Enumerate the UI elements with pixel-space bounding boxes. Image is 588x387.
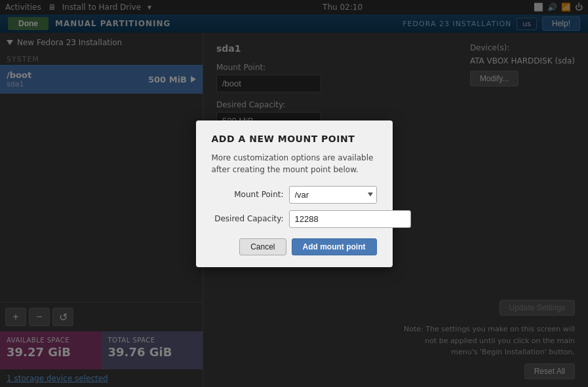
dialog-title: ADD A NEW MOUNT POINT xyxy=(212,134,377,144)
dialog-desired-capacity-input[interactable] xyxy=(289,210,411,228)
dialog-mount-point-wrapper: /var / /boot /home /tmp /usr swap xyxy=(289,186,377,204)
dialog-info: More customization options are available… xyxy=(212,152,377,175)
dialog-mount-point-label: Mount Point: xyxy=(212,190,284,199)
dialog-overlay: ADD A NEW MOUNT POINT More customization… xyxy=(0,0,588,387)
cancel-button[interactable]: Cancel xyxy=(239,238,286,255)
dialog-desired-capacity-group: Desired Capacity: xyxy=(212,210,377,228)
dialog-desired-capacity-label: Desired Capacity: xyxy=(212,214,284,223)
dialog-mount-point-select[interactable]: /var / /boot /home /tmp /usr swap xyxy=(289,186,377,204)
dialog-buttons: Cancel Add mount point xyxy=(212,238,377,255)
add-mount-point-dialog: ADD A NEW MOUNT POINT More customization… xyxy=(196,120,393,267)
add-mount-point-button[interactable]: Add mount point xyxy=(292,238,377,255)
dialog-mount-point-group: Mount Point: /var / /boot /home /tmp /us… xyxy=(212,186,377,204)
